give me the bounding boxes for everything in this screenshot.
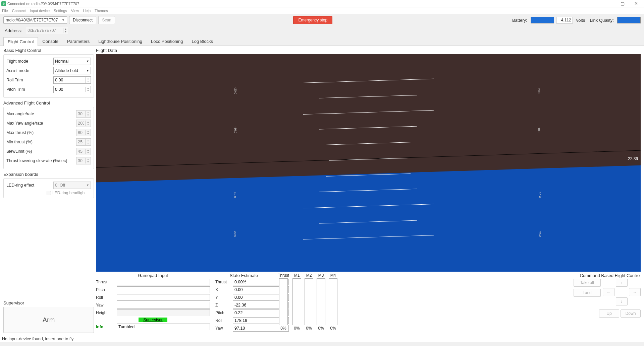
- tab-flight-control[interactable]: Flight Control: [3, 37, 38, 46]
- tab-logblocks[interactable]: Log Blocks: [187, 37, 217, 46]
- led-effect-label: LED-ring effect: [6, 183, 51, 188]
- tabs: Flight Control Console Parameters Lighth…: [0, 37, 644, 46]
- maximize-icon[interactable]: ▢: [616, 0, 629, 7]
- status-bar: No input-device found, insert one to fly…: [0, 335, 644, 342]
- flight-mode-select[interactable]: Normal▼: [53, 58, 91, 65]
- thrust-bar-label: Thrust: [278, 273, 289, 278]
- tab-loco[interactable]: Loco Positioning: [147, 37, 187, 46]
- gp-info[interactable]: [117, 324, 210, 330]
- max-thrust-label: Max thrust (%): [6, 130, 74, 135]
- tab-parameters[interactable]: Parameters: [63, 37, 94, 46]
- down-button[interactable]: Down: [621, 309, 641, 318]
- gp-pitch-label: Pitch: [96, 287, 115, 292]
- disconnect-button[interactable]: Disconnect: [69, 16, 96, 24]
- cmd-panel: Command Based Flight Control Take off La…: [574, 273, 641, 318]
- right-button[interactable]: →: [629, 288, 641, 296]
- m3-bar: [317, 278, 325, 325]
- battery-label: Battery:: [512, 18, 527, 23]
- chevron-down-icon: ▼: [86, 60, 89, 63]
- m3-label: M3: [318, 273, 324, 278]
- max-angle-label: Max angle/rate: [6, 112, 74, 116]
- battery-bar: [531, 17, 554, 23]
- m2-bar: [305, 278, 313, 325]
- gp-thrust-label: Thrust: [96, 280, 115, 284]
- uri-combo[interactable]: radio://0/40/2M/E7E7E7E707 ▼: [3, 16, 67, 24]
- supervisor-badge[interactable]: Supervisor: [139, 318, 167, 322]
- left-button[interactable]: ←: [603, 288, 614, 296]
- down-arrow-icon[interactable]: ▼: [63, 30, 68, 33]
- roll-trim-input[interactable]: ▲▼: [53, 76, 91, 84]
- address-row: Address: ▲▼: [0, 26, 644, 37]
- address-label: Address:: [5, 28, 22, 33]
- motors-panel: Thrust0% M10% M20% M30% M40%: [278, 273, 337, 331]
- titlebar: b Connected on radio://0/40/2M/E7E7E7E70…: [0, 0, 644, 7]
- adv-title: Advanced Flight Control: [3, 100, 94, 106]
- main: Basic Flight Control Flight mode Normal▼…: [0, 46, 644, 335]
- land-button[interactable]: Land: [574, 289, 601, 297]
- address-spinner[interactable]: ▲▼: [26, 27, 68, 34]
- address-input[interactable]: [26, 27, 63, 33]
- menu-view[interactable]: View: [71, 9, 79, 13]
- menu-file[interactable]: File: [2, 9, 8, 13]
- m4-label: M4: [330, 273, 336, 278]
- gp-info-label: Info: [96, 325, 115, 329]
- up-button[interactable]: Up: [599, 309, 619, 318]
- tab-console[interactable]: Console: [38, 37, 63, 46]
- gp-thrust[interactable]: [117, 279, 210, 285]
- takeoff-button[interactable]: Take off: [574, 279, 601, 287]
- minimize-icon[interactable]: —: [602, 0, 616, 7]
- voltage-readout: 4.112: [556, 17, 573, 23]
- gp-height: [117, 309, 210, 316]
- link-quality-bar: [617, 17, 641, 23]
- basic-title: Basic Flight Control: [3, 48, 94, 53]
- gp-pitch[interactable]: [117, 286, 210, 293]
- thrust-slew-label: Thrust lowering slewrate (%/sec): [6, 158, 74, 163]
- pitch-ladder: [286, 65, 450, 261]
- toolbar: radio://0/40/2M/E7E7E7E707 ▼ Disconnect …: [0, 14, 644, 26]
- adv-group: Max angle/rate▲▼ Max Yaw angle/rate▲▼ Ma…: [3, 107, 94, 169]
- gp-roll[interactable]: [117, 294, 210, 301]
- menubar: File Connect Input device Settings View …: [0, 7, 644, 14]
- gp-yaw[interactable]: [117, 302, 210, 308]
- exp-title: Expansion boards: [3, 172, 94, 177]
- status-text: No input-device found, insert one to fly…: [2, 337, 74, 341]
- up-arrow-icon[interactable]: ▲: [63, 28, 68, 30]
- fwd-button[interactable]: ↑: [616, 279, 628, 287]
- app-icon: b: [1, 1, 6, 6]
- arm-button[interactable]: Arm: [3, 307, 94, 333]
- max-angle-input: ▲▼: [76, 110, 91, 118]
- pitch-trim-input[interactable]: ▲▼: [53, 86, 91, 93]
- menu-themes[interactable]: Themes: [95, 9, 108, 13]
- min-thrust-input: ▲▼: [76, 138, 91, 146]
- attitude-indicator: -22.36 -20.0 -10.0 10.0 20.0 -20.0 -10.0…: [96, 54, 641, 272]
- chevron-down-icon: ▼: [62, 18, 65, 22]
- back-button[interactable]: ↓: [616, 297, 628, 305]
- flight-mode-label: Flight mode: [6, 59, 51, 64]
- max-yaw-input: ▲▼: [76, 120, 91, 127]
- flight-data-title: Flight Data: [96, 48, 641, 53]
- menu-help[interactable]: Help: [83, 9, 91, 13]
- basic-group: Flight mode Normal▼ Assist mode Altitude…: [3, 54, 94, 98]
- gamepad-title: Gamepad Input: [96, 273, 210, 278]
- led-headlight-check: LED-ring headlight: [47, 191, 91, 195]
- pitch-trim-label: Pitch Trim: [6, 87, 51, 92]
- left-column: Basic Flight Control Flight mode Normal▼…: [3, 48, 94, 333]
- tab-lighthouse[interactable]: Lighthouse Positioning: [94, 37, 147, 46]
- menu-settings[interactable]: Settings: [54, 9, 67, 13]
- gp-yaw-label: Yaw: [96, 303, 115, 307]
- m1-bar: [292, 278, 301, 325]
- gp-height-label: Height: [96, 310, 115, 315]
- scan-button[interactable]: Scan: [98, 16, 115, 24]
- led-effect-select: 0: Off▼: [53, 182, 91, 189]
- link-quality-label: Link Quality:: [590, 18, 614, 23]
- uri-text: radio://0/40/2M/E7E7E7E707: [6, 18, 58, 22]
- emergency-stop-button[interactable]: Emergency stop: [293, 16, 332, 24]
- chevron-down-icon: ▼: [86, 69, 89, 72]
- assist-mode-select[interactable]: Altitude hold▼: [53, 67, 91, 74]
- menu-input[interactable]: Input device: [30, 9, 50, 13]
- menu-connect[interactable]: Connect: [12, 9, 26, 13]
- max-yaw-label: Max Yaw angle/rate: [6, 121, 74, 126]
- close-icon[interactable]: ✕: [629, 0, 643, 7]
- cmd-title: Command Based Flight Control: [574, 273, 641, 278]
- bottom-panels: Gamepad Input Thrust Pitch Roll Yaw Heig…: [96, 272, 641, 333]
